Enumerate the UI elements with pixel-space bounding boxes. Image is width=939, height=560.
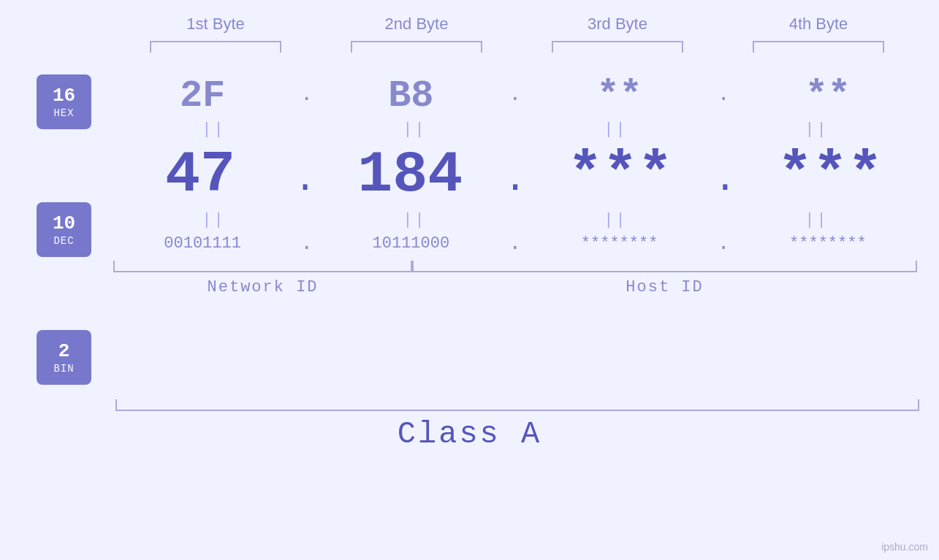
bracket-network: [113, 261, 412, 272]
main-container: 1st Byte 2nd Byte 3rd Byte 4th Byte 16 H…: [0, 0, 939, 560]
byte-header-2: 2nd Byte: [336, 15, 497, 34]
hex-val-2: B8: [330, 74, 491, 118]
dec-badge-number: 10: [53, 212, 75, 235]
hex-badge-label: HEX: [53, 107, 74, 120]
dec-val-4: ***: [750, 142, 911, 208]
eq1-2: ||: [335, 120, 495, 139]
dec-val-3: ***: [540, 142, 701, 208]
host-label: Host ID: [412, 278, 917, 296]
eq2-2: ||: [335, 211, 495, 229]
eq1-3: ||: [536, 120, 696, 139]
bin-val-1: 00101111: [122, 234, 283, 253]
bracket-host: [412, 261, 917, 272]
hex-dot-1: .: [300, 83, 313, 106]
equals-row-1: || || || ||: [113, 120, 917, 139]
class-label: Class A: [398, 417, 541, 452]
bin-badge: 2 BIN: [37, 330, 91, 385]
bin-row: 00101111 . 10111000 . ******** . *******…: [113, 232, 917, 255]
bin-dot-2: .: [509, 232, 522, 255]
badges-column: 16 HEX 10 DEC 2 BIN: [0, 74, 91, 385]
top-brackets-row: [115, 41, 919, 53]
watermark: ipshu.com: [881, 541, 928, 553]
bin-dot-1: .: [300, 232, 313, 255]
values-area: 2F . B8 . ** . ** || || || || 47 . 184 .: [113, 67, 939, 385]
equals-row-2: || || || ||: [113, 211, 917, 229]
dec-dot-3: .: [714, 161, 737, 199]
big-bottom-bracket: [115, 399, 919, 411]
hex-val-3: **: [539, 74, 700, 118]
hex-val-1: 2F: [122, 74, 283, 118]
eq1-4: ||: [737, 120, 897, 139]
byte-headers-row: 1st Byte 2nd Byte 3rd Byte 4th Byte: [115, 15, 919, 34]
dec-badge-label: DEC: [53, 235, 74, 248]
dec-badge: 10 DEC: [37, 202, 91, 257]
bin-val-3: ********: [539, 234, 700, 253]
hex-badge: 16 HEX: [37, 74, 91, 129]
dec-dot-2: .: [503, 161, 526, 199]
hex-dot-3: .: [718, 83, 730, 106]
hex-val-4: **: [748, 74, 908, 118]
dec-dot-1: .: [294, 161, 316, 199]
bracket-1: [150, 41, 281, 53]
eq2-1: ||: [134, 211, 294, 229]
bracket-3: [552, 41, 683, 53]
hex-badge-number: 16: [53, 85, 75, 107]
content-area: 16 HEX 10 DEC 2 BIN 2F . B8 . ** . **: [0, 67, 939, 385]
bin-val-4: ********: [748, 234, 908, 253]
hex-dot-2: .: [509, 83, 522, 106]
bracket-4: [753, 41, 884, 53]
hex-row: 2F . B8 . ** . **: [113, 74, 917, 118]
bin-dot-3: .: [718, 232, 730, 255]
dec-val-2: 184: [330, 142, 490, 208]
bottom-labels: Network ID Host ID: [113, 278, 917, 296]
dec-row: 47 . 184 . *** . ***: [113, 142, 917, 208]
network-label: Network ID: [113, 278, 412, 296]
eq2-3: ||: [536, 211, 696, 229]
bracket-2: [351, 41, 482, 53]
bin-badge-number: 2: [58, 340, 70, 363]
bin-badge-label: BIN: [53, 363, 74, 375]
byte-header-4: 4th Byte: [738, 15, 899, 34]
eq2-4: ||: [737, 211, 897, 229]
eq1-1: ||: [134, 120, 294, 139]
dec-val-1: 47: [120, 142, 281, 208]
byte-header-3: 3rd Byte: [537, 15, 698, 34]
byte-header-1: 1st Byte: [135, 15, 296, 34]
bin-val-2: 10111000: [330, 234, 491, 253]
bottom-brackets: [113, 261, 917, 272]
